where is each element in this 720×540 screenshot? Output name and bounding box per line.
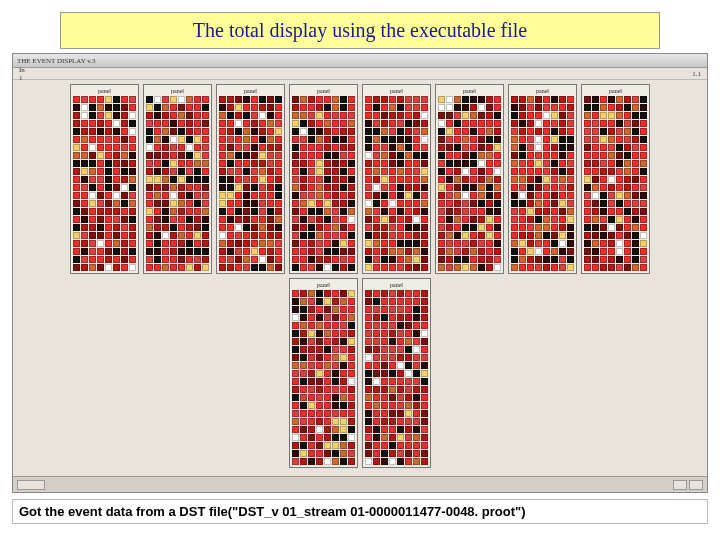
pixel-cell: [340, 264, 347, 271]
pixel-cell: [421, 216, 428, 223]
pixel-cell: [324, 410, 331, 417]
pixel-cell: [146, 216, 153, 223]
pixel-cell: [389, 410, 396, 417]
pixel-cell: [154, 128, 161, 135]
pixel-cell: [235, 216, 242, 223]
pixel-cell: [527, 104, 534, 111]
pixel-cell: [259, 112, 266, 119]
pixel-cell: [551, 208, 558, 215]
pixel-cell: [535, 128, 542, 135]
status-button[interactable]: [17, 480, 45, 490]
pixel-cell: [397, 442, 404, 449]
pixel-cell: [275, 192, 282, 199]
pixel-cell: [300, 306, 307, 313]
pixel-cell: [340, 362, 347, 369]
pixel-cell: [259, 128, 266, 135]
pixel-cell: [308, 216, 315, 223]
pixel-cell: [219, 200, 226, 207]
pixel-cell: [421, 144, 428, 151]
pixel-cell: [251, 200, 258, 207]
pixel-cell: [235, 152, 242, 159]
pixel-cell: [494, 184, 501, 191]
pixel-cell: [446, 136, 453, 143]
pixel-cell: [559, 216, 566, 223]
pixel-cell: [486, 208, 493, 215]
status-box[interactable]: [673, 480, 687, 490]
pixel-cell: [527, 96, 534, 103]
pixel-cell: [186, 160, 193, 167]
pixel-cell: [413, 240, 420, 247]
pixel-cell: [584, 152, 591, 159]
pixel-cell: [486, 104, 493, 111]
pixel-cell: [89, 96, 96, 103]
pixel-cell: [81, 240, 88, 247]
pixel-cell: [421, 378, 428, 385]
pixel-cell: [567, 168, 574, 175]
pixel-cell: [462, 200, 469, 207]
pixel-cell: [470, 264, 477, 271]
pixel-cell: [535, 96, 542, 103]
pixel-cell: [73, 216, 80, 223]
pixel-cell: [519, 168, 526, 175]
pixel-cell: [421, 354, 428, 361]
pixel-cell: [154, 232, 161, 239]
pixel-cell: [162, 112, 169, 119]
pixel-cell: [316, 128, 323, 135]
status-box[interactable]: [689, 480, 703, 490]
pixel-cell: [365, 346, 372, 353]
pixel-cell: [146, 240, 153, 247]
pixel-cell: [300, 200, 307, 207]
pixel-cell: [292, 120, 299, 127]
pixel-cell: [584, 96, 591, 103]
pixel-cell: [365, 290, 372, 297]
pixel-cell: [494, 224, 501, 231]
pixel-cell: [438, 104, 445, 111]
pixel-cell: [186, 240, 193, 247]
pixel-cell: [308, 362, 315, 369]
panel-label: panel: [536, 87, 549, 95]
pixel-cell: [381, 104, 388, 111]
pixel-cell: [146, 248, 153, 255]
pixel-cell: [324, 434, 331, 441]
pixel-cell: [421, 256, 428, 263]
pixel-cell: [154, 256, 161, 263]
pixel-cell: [365, 224, 372, 231]
pixel-cell: [235, 168, 242, 175]
pixel-cell: [348, 330, 355, 337]
pixel-cell: [308, 330, 315, 337]
window-titlebar[interactable]: THE EVENT DISPLAY v.3: [13, 54, 707, 68]
pixel-cell: [365, 248, 372, 255]
pixel-cell: [421, 338, 428, 345]
pixel-cell: [267, 216, 274, 223]
pixel-cell: [121, 232, 128, 239]
pixel-cell: [478, 120, 485, 127]
pixel-cell: [202, 256, 209, 263]
pixel-cell: [494, 232, 501, 239]
pixel-cell: [405, 426, 412, 433]
pixel-cell: [235, 200, 242, 207]
pixel-cell: [316, 232, 323, 239]
pixel-cell: [332, 184, 339, 191]
pixel-cell: [348, 120, 355, 127]
window-menubar[interactable]: In 1 1.1: [13, 68, 707, 80]
pixel-cell: [308, 386, 315, 393]
pixel-cell: [478, 240, 485, 247]
pixel-cell: [332, 200, 339, 207]
pixel-cell: [292, 354, 299, 361]
pixel-cell: [251, 152, 258, 159]
pixel-cell: [567, 192, 574, 199]
pixel-cell: [235, 128, 242, 135]
pixel-cell: [527, 192, 534, 199]
pixel-cell: [624, 168, 631, 175]
pixel-cell: [543, 112, 550, 119]
pixel-cell: [405, 394, 412, 401]
pixel-cell: [292, 370, 299, 377]
pixel-cell: [438, 240, 445, 247]
pixel-cell: [543, 144, 550, 151]
pixel-cell: [616, 120, 623, 127]
pixel-cell: [332, 176, 339, 183]
pixel-cell: [478, 104, 485, 111]
pixel-cell: [405, 298, 412, 305]
pixel-cell: [389, 394, 396, 401]
pixel-cell: [259, 200, 266, 207]
